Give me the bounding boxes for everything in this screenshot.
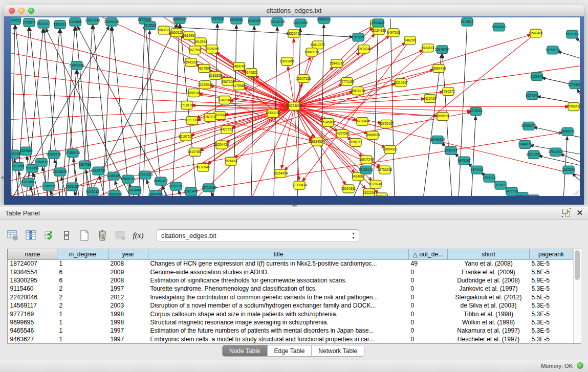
table-row[interactable]: 946362711997Embryonic stem cells: a mode… (8, 335, 573, 343)
cell-title[interactable]: Changes of HCN gene expression and I(f) … (148, 259, 409, 268)
graph-node[interactable]: 22420046 (198, 81, 213, 89)
graph-node[interactable]: 17771456 (340, 78, 355, 86)
cell-out_degree[interactable]: 0 (409, 268, 448, 276)
graph-node[interactable]: 9860125 (170, 29, 183, 37)
cell-out_degree[interactable]: 0 (409, 310, 448, 318)
graph-node[interactable]: 1733426 (375, 193, 388, 196)
graph-node[interactable]: 19654923 (383, 145, 398, 154)
tab-edge-table[interactable]: Edge Table (268, 345, 312, 356)
cell-in_degree[interactable]: 2 (57, 285, 108, 293)
column-mode-icon[interactable] (61, 230, 72, 241)
cell-title[interactable]: Tourette syndrome. Phenomenology and cla… (148, 285, 409, 293)
graph-node[interactable]: 7424456 (128, 186, 142, 194)
column-header-year[interactable]: year (108, 249, 148, 259)
graph-node[interactable]: 16204428 (214, 141, 229, 149)
cell-name[interactable]: 9463627 (8, 335, 57, 343)
tab-network-table[interactable]: Network Table (312, 345, 364, 356)
graph-node[interactable]: 19756928 (378, 166, 393, 174)
delete-table-icon[interactable] (97, 230, 108, 241)
graph-node[interactable]: 11451194 (106, 172, 121, 180)
table-row[interactable]: 1872400712008Changes of HCN gene express… (8, 259, 573, 268)
cell-out_degree[interactable]: 0 (409, 335, 448, 343)
function-builder-icon[interactable]: f(x) (133, 230, 144, 241)
cell-in_degree[interactable]: 6 (57, 276, 108, 285)
graph-node[interactable]: 9120746 (369, 180, 382, 188)
graph-node[interactable]: 14671355 (293, 19, 308, 27)
graph-node[interactable]: 2740552 (11, 17, 21, 25)
graph-node[interactable]: 18640910 (304, 48, 319, 56)
graph-node[interactable]: 9699695 (436, 112, 449, 120)
graph-node[interactable]: 7386372 (442, 87, 455, 96)
cell-name[interactable]: 9115460 (8, 285, 57, 293)
cell-year[interactable]: 2008 (108, 276, 148, 285)
cell-out_degree[interactable]: 0 (409, 318, 448, 326)
graph-node[interactable]: 12923448 (184, 187, 199, 195)
cell-title[interactable]: Estimation of significance thresholds fo… (148, 276, 409, 285)
graph-node[interactable]: 2306505 (42, 182, 55, 190)
table-row[interactable]: 946554611997Estimation of the future num… (8, 326, 573, 335)
graph-node[interactable]: 8938924 (444, 146, 458, 155)
graph-node[interactable]: 17359924 (66, 149, 80, 157)
graph-node[interactable]: 19524861 (341, 185, 356, 193)
close-panel-icon[interactable]: ✕ (576, 209, 583, 216)
graph-node[interactable]: 30691406 (104, 18, 119, 26)
resize-grip-icon[interactable] (573, 189, 579, 195)
column-header-name[interactable]: name (8, 249, 57, 259)
graph-node[interactable]: 18300295 (266, 109, 280, 117)
cell-in_degree[interactable]: 1 (57, 318, 108, 326)
graph-node[interactable]: 15843212 (330, 59, 344, 68)
graph-node[interactable]: 15720407 (379, 120, 394, 128)
graph-node[interactable]: 10974349 (357, 45, 372, 53)
cell-name[interactable]: 19384554 (8, 268, 57, 276)
graph-node[interactable]: 23226058 (205, 45, 220, 53)
cell-in_degree[interactable]: 1 (57, 326, 108, 335)
graph-node[interactable]: 17016504 (549, 148, 563, 156)
graph-node[interactable]: 2522254 (362, 189, 376, 196)
cell-pagerank[interactable]: 5.3E-5 (530, 301, 573, 310)
table-body[interactable]: 1872400712008Changes of HCN gene express… (8, 259, 573, 343)
column-header-in_degree[interactable]: in_degree (57, 249, 108, 259)
table-selector-dropdown[interactable]: citations_edges.txt ▲▼ (157, 229, 359, 242)
cell-short[interactable]: Franke et al. (2009) (448, 268, 530, 276)
graph-node[interactable]: 23864436 (431, 64, 446, 73)
vertical-scrollbar[interactable] (573, 249, 581, 343)
cell-out_degree[interactable]: 0 (409, 285, 448, 293)
table-row[interactable]: 1938455462009Genome-wide association stu… (8, 268, 573, 276)
graph-node[interactable]: 2405574 (23, 18, 36, 27)
graph-node[interactable]: 12734058 (568, 81, 580, 89)
graph-node[interactable]: 13505115 (121, 175, 136, 183)
cell-pagerank[interactable]: 5.3E-5 (530, 318, 573, 326)
graph-node[interactable]: 15992971 (560, 127, 575, 136)
cell-year[interactable]: 2003 (108, 301, 148, 310)
graph-node[interactable]: 16958107 (154, 177, 168, 185)
column-header-title[interactable]: title (148, 249, 409, 259)
graph-node[interactable]: 10654112 (515, 192, 530, 196)
graph-node[interactable]: 7663822 (157, 26, 170, 34)
graph-node[interactable]: 9115460 (424, 95, 437, 103)
cell-year[interactable]: 1997 (108, 285, 148, 293)
graph-node[interactable]: 9827509 (188, 46, 202, 54)
graph-node[interactable]: 3175685 (232, 82, 246, 90)
graph-node[interactable]: 12213967 (394, 79, 408, 87)
table-settings-icon[interactable] (7, 230, 18, 241)
cell-out_degree[interactable]: 0 (409, 293, 448, 301)
graph-node[interactable]: 4170046 (197, 163, 210, 171)
graph-node[interactable]: 18724007 (287, 102, 302, 111)
graph-node[interactable]: 9245012 (86, 188, 99, 196)
cell-name[interactable]: 9699695 (8, 318, 57, 326)
table-row[interactable]: 1830029562008Estimation of significance … (8, 276, 573, 285)
new-table-icon[interactable] (79, 230, 90, 241)
graph-node[interactable]: 17309414 (292, 181, 307, 189)
cell-title[interactable]: Corpus callosum shape and size in male p… (148, 310, 409, 318)
graph-node[interactable]: 19384554 (310, 138, 325, 146)
graph-node[interactable]: 9242848 (218, 96, 231, 104)
cell-out_degree[interactable]: 0 (409, 276, 448, 285)
graph-node[interactable]: 9397588 (78, 161, 92, 169)
graph-node[interactable]: 2935114 (483, 174, 496, 182)
cell-short[interactable]: Jankovic et al. (1997) (448, 285, 530, 293)
table-row[interactable]: 969969511998Structural magnetic resonanc… (8, 318, 573, 326)
cell-in_degree[interactable]: 6 (57, 268, 108, 276)
graph-node[interactable]: 9591632 (372, 19, 385, 27)
cell-year[interactable]: 2009 (108, 268, 148, 276)
graph-node[interactable]: 6879197 (458, 157, 471, 165)
